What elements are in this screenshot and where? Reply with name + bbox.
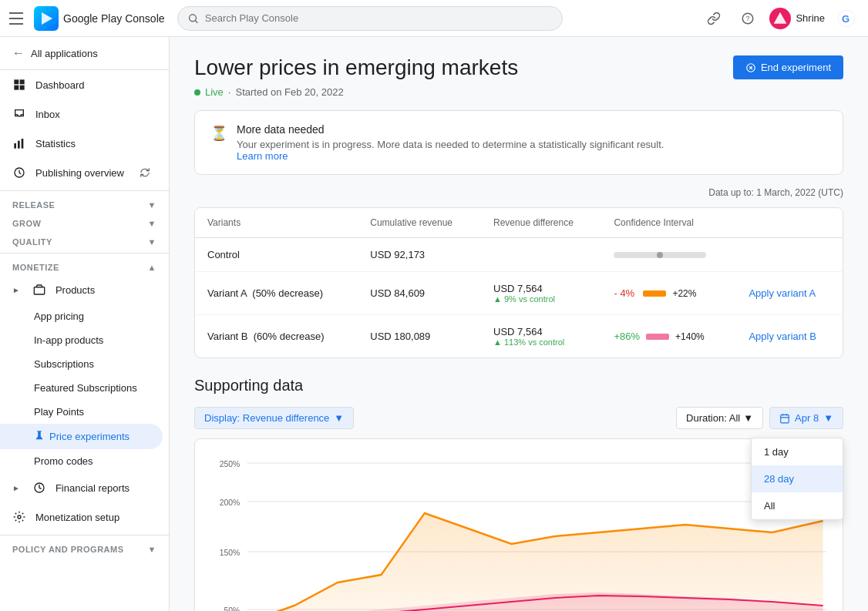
sidebar: ← All applications Dashboard Inbox Stati…: [0, 37, 170, 611]
duration-dropdown-button[interactable]: Duration: All ▼: [676, 407, 763, 429]
sidebar-item-in-app-products[interactable]: In-app products: [0, 328, 163, 352]
variant-action[interactable]: Apply variant B: [736, 315, 843, 358]
sidebar-item-financial-reports[interactable]: ► Financial reports: [0, 473, 163, 502]
variant-revenue: USD 84,609: [358, 272, 481, 315]
google-account-icon[interactable]: G: [834, 6, 859, 31]
link-icon-btn[interactable]: [701, 6, 726, 31]
col-action: [736, 208, 843, 238]
quality-section[interactable]: Quality ▼: [0, 231, 169, 250]
hourglass-icon: ⏳: [210, 125, 227, 142]
variant-ci: [601, 238, 736, 272]
play-points-label: Play Points: [34, 406, 84, 418]
sidebar-item-promo-codes[interactable]: Promo codes: [0, 449, 163, 473]
monetize-section[interactable]: Monetize ▲: [0, 257, 169, 275]
refresh-icon: [140, 167, 150, 178]
table-row: Control USD 92,173: [195, 238, 843, 272]
grow-section[interactable]: Grow ▼: [0, 213, 169, 231]
monetization-setup-label: Monetization setup: [35, 512, 119, 523]
svg-rect-12: [20, 86, 25, 90]
sidebar-item-dashboard[interactable]: Dashboard: [0, 70, 163, 99]
release-section[interactable]: Release ▼: [0, 194, 169, 213]
variant-action[interactable]: Apply variant A: [736, 272, 843, 315]
col-variants: Variants: [195, 208, 358, 238]
variant-revenue: USD 92,173: [358, 238, 481, 272]
avatar: [769, 8, 791, 29]
revenue-chart: 250% 200% 150% 50%: [207, 452, 830, 611]
live-indicator-dot: [194, 89, 200, 96]
svg-rect-15: [22, 139, 24, 149]
publishing-label: Publishing overview: [35, 167, 124, 179]
page-header: Lower prices in emerging markets End exp…: [194, 55, 843, 80]
sidebar-item-monetization-setup[interactable]: Monetization setup: [0, 502, 163, 532]
learn-more-link[interactable]: Learn more: [237, 150, 288, 162]
release-label: Release: [12, 200, 55, 210]
inbox-icon: [12, 107, 26, 121]
variant-diff: [481, 238, 601, 272]
search-icon: [187, 12, 199, 25]
svg-point-2: [189, 14, 196, 21]
price-experiments-label: Price experiments: [49, 431, 130, 442]
info-title: More data needed: [237, 123, 664, 136]
variant-diff: USD 7,564 ▲ 9% vs control: [481, 272, 601, 315]
y-label-50: 50%: [224, 606, 241, 611]
display-dropdown-button[interactable]: Display: Revenue difference ▼: [194, 407, 354, 429]
search-input[interactable]: [205, 12, 553, 24]
main-layout: ← All applications Dashboard Inbox Stati…: [0, 37, 868, 611]
variant-name: Variant B (60% decrease): [195, 315, 358, 358]
user-menu[interactable]: Shrine: [769, 8, 825, 29]
menu-icon[interactable]: [9, 9, 28, 28]
app-logo: Google Play Console: [34, 6, 165, 31]
table-row: Variant A (50% decrease) USD 84,609 USD …: [195, 272, 843, 315]
sidebar-item-app-pricing[interactable]: App pricing: [0, 304, 163, 328]
col-revenue: Cumulative revenue: [358, 208, 481, 238]
shrine-icon: [772, 11, 788, 26]
svg-point-19: [18, 515, 21, 519]
duration-option-all[interactable]: All: [752, 492, 843, 519]
duration-option-28day[interactable]: 28 day: [752, 465, 843, 492]
products-arrow: ►: [12, 286, 20, 294]
sidebar-item-price-experiments[interactable]: Price experiments: [0, 424, 163, 449]
quality-arrow: ▼: [148, 237, 156, 247]
sidebar-item-publishing[interactable]: Publishing overview: [0, 158, 163, 187]
policy-section[interactable]: Policy and programs ▼: [0, 539, 169, 557]
help-icon-btn[interactable]: ?: [735, 6, 760, 31]
y-label-200: 200%: [220, 498, 241, 507]
sidebar-item-products[interactable]: ► Products: [0, 275, 163, 304]
chart-controls: Display: Revenue difference ▼ Duration: …: [194, 407, 843, 429]
apply-variant-a-button[interactable]: Apply variant A: [749, 287, 816, 299]
duration-dropdown-menu: 1 day 28 day All: [751, 438, 843, 520]
policy-label: Policy and programs: [12, 545, 124, 554]
svg-text:G: G: [842, 13, 849, 25]
duration-option-1day[interactable]: 1 day: [752, 438, 843, 465]
grow-label: Grow: [12, 219, 41, 228]
date-arrow: ▼: [823, 412, 833, 424]
sidebar-item-inbox[interactable]: Inbox: [0, 99, 163, 129]
col-diff: Revenue difference: [481, 208, 601, 238]
subscriptions-label: Subscriptions: [34, 358, 94, 370]
sidebar-item-subscriptions[interactable]: Subscriptions: [0, 352, 163, 376]
financial-reports-arrow: ►: [12, 484, 20, 492]
variant-ci: +86% +140%: [601, 315, 736, 358]
inbox-label: Inbox: [35, 109, 60, 120]
col-ci: Confidence Interval: [601, 208, 736, 238]
financial-reports-icon: [32, 481, 46, 495]
search-bar[interactable]: [177, 6, 563, 31]
financial-reports-label: Financial reports: [56, 482, 130, 494]
sidebar-item-featured-subscriptions[interactable]: Featured Subscriptions: [0, 376, 163, 400]
sidebar-item-statistics[interactable]: Statistics: [0, 129, 163, 158]
back-to-all-apps[interactable]: ← All applications: [0, 37, 169, 70]
end-experiment-button[interactable]: End experiment: [733, 55, 843, 79]
apply-variant-b-button[interactable]: Apply variant B: [749, 331, 816, 342]
svg-rect-9: [14, 79, 19, 84]
live-status: Live: [205, 86, 224, 98]
products-icon: [32, 283, 46, 297]
svg-marker-6: [774, 12, 787, 23]
svg-text:?: ?: [746, 15, 750, 22]
variant-name: Control: [195, 238, 358, 272]
date-picker-button[interactable]: Apr 8 ▼: [769, 407, 843, 429]
table-row: Variant B (60% decrease) USD 180,089 USD…: [195, 315, 843, 358]
svg-rect-10: [20, 79, 25, 84]
sidebar-item-play-points[interactable]: Play Points: [0, 400, 163, 424]
topbar: Google Play Console ?: [0, 0, 868, 37]
monetize-arrow: ▲: [148, 263, 156, 272]
